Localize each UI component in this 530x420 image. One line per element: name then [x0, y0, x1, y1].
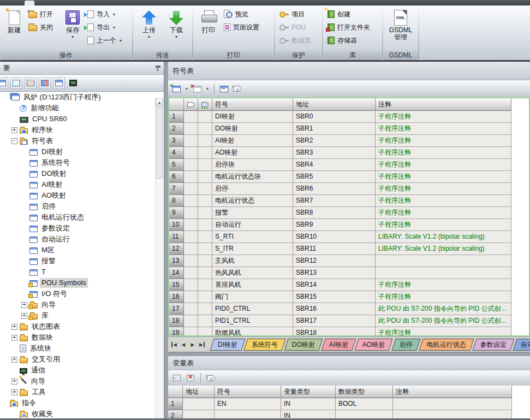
row-number[interactable]: 19 [169, 327, 184, 336]
flag-cell[interactable] [198, 327, 212, 336]
tree-item[interactable]: 数据块 [0, 332, 164, 343]
table-row[interactable]: 12 S_ITR SBR11 LIBARY: Scale V1.2 (bipol… [169, 243, 511, 255]
scroll-up-icon[interactable]: ▲ [156, 98, 163, 107]
tree-item[interactable]: 收藏夹 [0, 409, 164, 419]
table-row[interactable]: 4 AO映射 SBR3 子程序注释 [169, 147, 511, 159]
tree-item[interactable]: 交叉引用 [0, 354, 164, 365]
tree-item[interactable]: 系统符号 [0, 157, 164, 168]
expander-icon[interactable] [11, 368, 17, 374]
tree-item[interactable]: 启停 [0, 201, 164, 212]
expander-icon[interactable] [11, 335, 17, 341]
import-button[interactable]: 导入 [85, 8, 130, 21]
symbol-cell[interactable]: 电机运行状态块 [212, 171, 293, 183]
row-number[interactable]: 13 [169, 255, 184, 267]
tree-item[interactable]: 指令 [0, 398, 164, 409]
expander-icon[interactable] [21, 280, 27, 286]
flag-cell[interactable] [184, 267, 198, 279]
table-row[interactable]: 8 电机运行状态 SBR7 子程序注释 [169, 195, 511, 207]
download-button[interactable]: 下载 [163, 7, 190, 39]
tree-item[interactable]: 参数设定 [0, 223, 164, 234]
symbol-table-tab[interactable]: 启停 [391, 339, 420, 351]
flag-cell[interactable] [198, 123, 212, 135]
symbol-cell[interactable]: AO映射 [212, 147, 293, 159]
program-block-toolbar-button[interactable] [0, 78, 8, 89]
table-row[interactable]: 17 PID0_CTRL SBR16 此 POU 由 S7-200 指令向导的 … [169, 303, 511, 315]
flag-cell[interactable] [184, 291, 198, 303]
tree-item[interactable]: I/O 符号 [0, 288, 164, 299]
expander-icon[interactable] [21, 313, 27, 319]
expander-icon[interactable] [21, 269, 27, 275]
symbol-cell[interactable]: 报警 [212, 207, 293, 219]
library-open-folder-button[interactable]: 打开文件夹 [325, 21, 380, 34]
address-cell[interactable]: SBR13 [293, 267, 376, 279]
previous-button[interactable]: 上一个 [85, 34, 130, 47]
tree-item[interactable]: 通信 [0, 365, 164, 376]
tree-item[interactable]: POU Symbols [0, 277, 164, 288]
symbol-cell[interactable]: PID1_CTRL [212, 315, 293, 327]
flag-cell[interactable] [184, 327, 198, 336]
address-cell[interactable] [183, 398, 215, 410]
row-number[interactable]: 9 [169, 207, 184, 219]
symbol-cell[interactable]: 自动运行 [212, 219, 293, 231]
comment-cell[interactable]: 子程序注释 [376, 219, 511, 231]
comment-cell[interactable] [393, 398, 512, 410]
comment-cell[interactable]: LIBARY: Scale V1.2 (bipolar scaling) [376, 243, 511, 255]
symbol-table-tab[interactable]: AO映射 [355, 339, 393, 351]
address-cell[interactable]: SBR10 [293, 231, 376, 243]
flag-cell[interactable] [184, 279, 198, 291]
tree-item[interactable]: 风炉 (D:\123西门子程序) [0, 92, 164, 103]
row-number[interactable]: 12 [169, 243, 184, 255]
tree-item[interactable]: DI映射 [0, 146, 164, 157]
data-block-toolbar-button[interactable] [39, 78, 51, 89]
address-cell[interactable]: SBR12 [293, 255, 376, 267]
address-cell[interactable]: SBR16 [293, 303, 376, 315]
address-cell[interactable]: SBR18 [293, 327, 376, 336]
symbol-cell[interactable]: 主风机 [212, 255, 293, 267]
flag-cell[interactable] [184, 303, 198, 315]
comment-cell[interactable]: 子程序注释 [376, 327, 511, 336]
table-row[interactable]: 2 DO映射 SBR1 子程序注释 [169, 123, 511, 135]
protect-project-button[interactable]: 项目 [277, 8, 320, 21]
symbol-table-tab[interactable]: AI映射 [321, 339, 356, 351]
row-number[interactable]: 8 [169, 195, 184, 207]
row-number[interactable]: 4 [169, 147, 184, 159]
delete-row-button[interactable] [185, 372, 196, 383]
tree-item[interactable]: 自动运行 [0, 234, 164, 245]
row-number[interactable]: 10 [169, 219, 184, 231]
tree-scrollbar[interactable]: ▲ [155, 98, 163, 420]
expander-icon[interactable] [11, 105, 17, 111]
symbol-table-tab[interactable]: 系统符号 [243, 339, 285, 351]
row-number[interactable]: 18 [169, 315, 184, 327]
close-button[interactable]: 关闭 [26, 21, 60, 34]
delete-symbol-dropdown[interactable]: ▾ [205, 84, 210, 94]
comment-cell[interactable]: 子程序注释 [376, 183, 511, 195]
expander-icon[interactable] [21, 226, 27, 232]
flag-cell[interactable] [184, 159, 198, 171]
save-button[interactable]: 保存 [60, 7, 85, 39]
row-number[interactable]: 7 [169, 183, 184, 195]
address-cell[interactable]: SBR2 [293, 135, 376, 147]
row-number[interactable]: 16 [169, 291, 184, 303]
address-cell[interactable]: SBR9 [293, 219, 376, 231]
row-number[interactable]: 17 [169, 303, 184, 315]
expander-icon[interactable] [21, 193, 27, 199]
symbol-cell[interactable]: 启停块 [212, 159, 293, 171]
table-row[interactable]: 15 直排风机 SBR14 子程序注释 [169, 279, 511, 291]
expander-icon[interactable] [2, 400, 8, 406]
expander-icon[interactable] [11, 378, 17, 384]
comment-cell[interactable]: LIBARY: Scale V1.2 (bipolar scaling) [376, 231, 511, 243]
tree-item[interactable]: 库 [0, 310, 164, 321]
symbol-table-tab[interactable]: 自动运行 [513, 339, 530, 351]
flag-cell[interactable] [184, 123, 198, 135]
row-number[interactable]: 15 [169, 279, 184, 291]
flag-cell[interactable] [198, 255, 212, 267]
comment-cell[interactable]: 子程序注释 [376, 207, 511, 219]
flag-cell[interactable] [198, 195, 212, 207]
flag-cell[interactable] [184, 219, 198, 231]
tree-item[interactable]: 状态图表 [0, 321, 164, 332]
flag-cell[interactable] [198, 279, 212, 291]
symbol-cell[interactable]: 热风风机 [212, 267, 293, 279]
flag-cell[interactable] [184, 183, 198, 195]
flag-cell[interactable] [198, 219, 212, 231]
flag-cell[interactable] [198, 231, 212, 243]
